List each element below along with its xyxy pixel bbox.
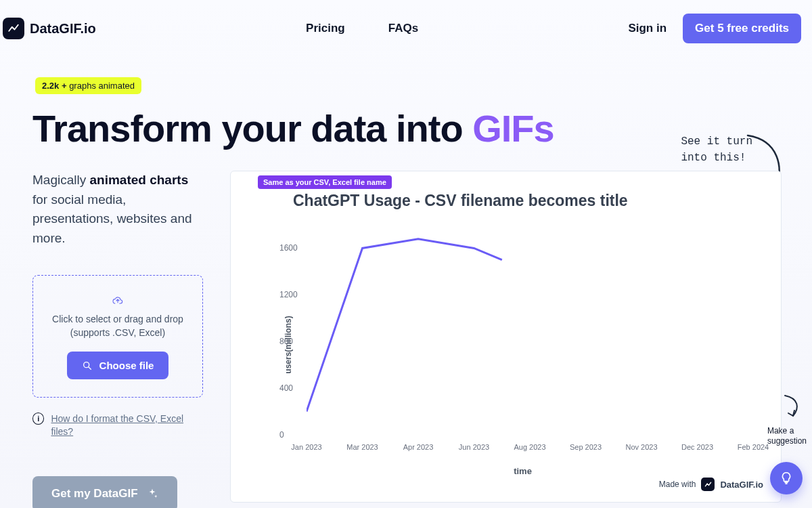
get-datagif-button[interactable]: Get my DataGIF — [32, 476, 177, 508]
x-tick: Mar 2023 — [346, 443, 378, 451]
brand-text: DataGIF.io — [30, 21, 96, 37]
chart-line — [307, 225, 753, 435]
get-credits-button[interactable]: Get 5 free credits — [683, 14, 801, 43]
make-suggestion-label: Make a suggestion — [767, 426, 807, 447]
chart-plot: users(millions) 040080012001600Jan 2023M… — [266, 218, 762, 462]
nav-pricing[interactable]: Pricing — [306, 22, 345, 35]
y-tick: 0 — [279, 430, 284, 440]
left-column: Magically animated charts for social med… — [0, 171, 203, 508]
suggestion-fab[interactable] — [770, 462, 803, 494]
lightbulb-icon — [779, 471, 794, 486]
brand-icon — [3, 18, 24, 39]
x-tick: Jan 2023 — [291, 443, 321, 451]
info-icon: i — [32, 412, 44, 425]
y-tick: 1200 — [279, 290, 298, 299]
filename-badge: Same as your CSV, Excel file name — [258, 175, 392, 189]
format-help-link[interactable]: How do I format the CSV, Excel files? — [51, 412, 203, 438]
y-tick: 1600 — [279, 243, 298, 253]
choose-file-button[interactable]: Choose file — [67, 352, 169, 379]
auth: Sign in Get 5 free credits — [628, 14, 801, 43]
y-tick: 400 — [279, 383, 293, 393]
y-tick: 800 — [279, 337, 293, 346]
nav: Pricing FAQs — [306, 22, 418, 35]
signin-link[interactable]: Sign in — [628, 22, 667, 35]
chart-title: ChatGPT Usage - CSV filename becomes tit… — [293, 192, 762, 210]
suggestion-arrow-icon — [781, 393, 804, 420]
subheading: Magically animated charts for social med… — [32, 171, 203, 248]
upload-dropzone[interactable]: Click to select or drag and drop (suppor… — [32, 275, 203, 398]
x-tick: Sep 2023 — [570, 443, 602, 451]
x-tick: Jun 2023 — [459, 443, 489, 451]
help-row: i How do I format the CSV, Excel files? — [32, 412, 203, 438]
dropzone-text: Click to select or drag and drop (suppor… — [45, 313, 190, 339]
header: DataGIF.io Pricing FAQs Sign in Get 5 fr… — [0, 0, 812, 43]
upload-icon — [45, 296, 190, 308]
x-tick: Nov 2023 — [625, 443, 657, 451]
chart-preview-card: Same as your CSV, Excel file name ChatGP… — [230, 171, 782, 503]
brand[interactable]: DataGIF.io — [3, 18, 96, 39]
preview-column: See it turn into this! Same as your CSV,… — [230, 171, 785, 508]
x-tick: Apr 2023 — [403, 443, 434, 451]
brand-mini-icon — [701, 478, 715, 491]
nav-faqs[interactable]: FAQs — [388, 22, 418, 35]
x-tick: Dec 2023 — [681, 443, 713, 451]
chart-xlabel: time — [284, 466, 762, 476]
animated-count-badge: 2.2k + graphs animated — [35, 77, 141, 94]
x-tick: Feb 2024 — [738, 443, 769, 451]
search-icon — [82, 360, 93, 371]
x-tick: Aug 2023 — [514, 443, 545, 451]
sparkle-icon — [146, 488, 158, 500]
svg-point-0 — [83, 362, 89, 367]
made-with: Made with DataGIF.io — [659, 478, 763, 491]
